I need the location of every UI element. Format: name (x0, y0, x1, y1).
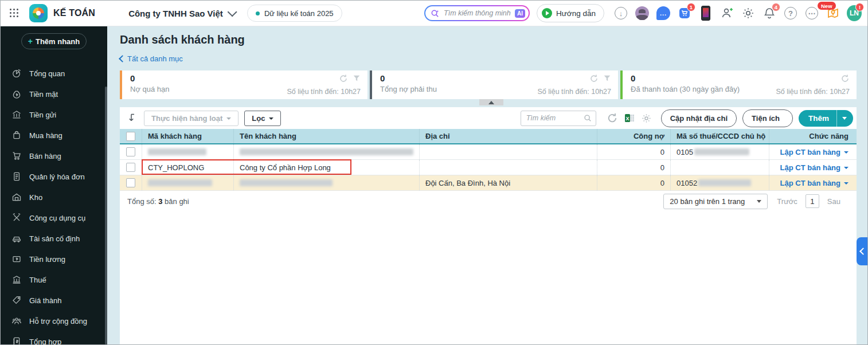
sidebar-item-kho[interactable]: Kho (1, 187, 107, 207)
sidebar-item-ban-hang[interactable]: Bán hàng (1, 146, 107, 166)
sidebar-item-tong-quan[interactable]: Tổng quan (1, 63, 107, 84)
back-to-categories-link[interactable]: Tất cả danh mục (120, 54, 183, 63)
whats-new-icon[interactable]: New (826, 6, 840, 21)
filter-icon[interactable] (353, 74, 361, 82)
create-sales-doc-button[interactable]: Lập CT bán hàng (780, 179, 849, 187)
collapse-rows-icon[interactable] (127, 113, 137, 123)
page-title: Danh sách khách hàng (120, 33, 245, 46)
update-address-button[interactable]: Cập nhật địa chỉ (661, 109, 737, 127)
download-icon[interactable]: ↓ (613, 6, 628, 21)
list-toolbar: Thực hiện hàng loạt Lọc X (120, 107, 857, 129)
cash-icon (11, 89, 22, 99)
sidebar-item-tien-luong[interactable]: Tiền lương (1, 249, 107, 269)
export-excel-icon[interactable]: X (624, 112, 635, 124)
app-title: KẾ TOÁN (53, 8, 95, 18)
stat-value: 0 (631, 73, 850, 83)
mobile-app-icon[interactable] (698, 6, 713, 21)
sales-icon (11, 151, 22, 161)
sidebar-item-tai-san-co-dinh[interactable]: Tài sản cố định (1, 228, 107, 249)
consultant-avatar[interactable] (635, 6, 650, 21)
app-window: KẾ TOÁN Công ty TNHH Sao Việt Dữ liệu kế… (0, 0, 868, 345)
create-sales-doc-button[interactable]: Lập CT bán hàng (780, 148, 849, 156)
row-checkbox[interactable] (126, 163, 135, 172)
list-search[interactable] (521, 111, 596, 126)
batch-actions-button[interactable]: Thực hiện hàng loạt (144, 111, 238, 126)
table-footer: Tổng số: 3 bản ghi 20 bản ghi trên 1 tra… (120, 191, 857, 211)
filter-icon[interactable] (603, 74, 611, 82)
table-settings-gear-icon[interactable] (641, 113, 652, 124)
settings-gear-icon[interactable] (741, 6, 756, 21)
create-sales-doc-button[interactable]: Lập CT bán hàng (780, 163, 849, 172)
cart-badge: 1 (687, 3, 695, 11)
overview-icon (11, 68, 22, 79)
topbar: KẾ TOÁN Công ty TNHH Sao Việt Dữ liệu kế… (1, 1, 867, 26)
col-header-address[interactable]: Địa chỉ (419, 129, 597, 143)
notification-bell-icon[interactable]: 4 (762, 6, 777, 21)
sidebar-item-gia-thanh[interactable]: Giá thành (1, 290, 107, 311)
avatar-alert-badge: ! (855, 3, 864, 11)
chevron-left-icon (119, 55, 126, 62)
guide-button[interactable]: Hướng dẫn (537, 4, 604, 22)
col-header-code[interactable]: Mã khách hàng (142, 129, 233, 143)
table-row[interactable]: Đội Cấn, Ba Đình, Hà Nội 0 01052 Lập CT … (120, 175, 857, 191)
refresh-icon[interactable] (589, 74, 599, 83)
table-row[interactable]: CTY_HOPLONG Công ty Cổ phần Hợp Long 0 L… (120, 160, 857, 175)
sidebar-item-thue[interactable]: Thuế (1, 269, 107, 290)
user-avatar[interactable]: LN ! (847, 6, 862, 21)
sidebar-item-tien-gui[interactable]: Tiền gửi (1, 104, 107, 125)
company-selector[interactable]: Công ty TNHH Sao Việt (128, 9, 234, 18)
chat-icon[interactable]: ... (656, 6, 671, 21)
customer-list-panel: Thực hiện hàng loạt Lọc X (120, 107, 857, 344)
page-size-select[interactable]: 20 bản ghi trên 1 trang (663, 194, 768, 209)
smart-search[interactable]: AI (424, 5, 530, 21)
redacted-code (148, 179, 212, 186)
add-button[interactable]: Thêm (799, 110, 853, 127)
row-checkbox[interactable] (126, 147, 135, 156)
status-dot-icon (256, 11, 260, 15)
list-search-input[interactable] (525, 113, 581, 123)
col-header-name[interactable]: Tên khách hàng (233, 129, 419, 143)
more-options-icon[interactable]: ⋯ (804, 6, 819, 21)
tools-icon (11, 213, 22, 223)
expand-panel-tab[interactable] (857, 237, 867, 265)
utilities-button[interactable]: Tiện ích (742, 109, 793, 127)
prev-page-button[interactable]: Trước (777, 197, 797, 206)
refresh-icon[interactable] (339, 74, 348, 83)
accounting-data-badge[interactable]: Dữ liệu kế toán 2025 (247, 5, 342, 22)
redacted-name (240, 148, 413, 155)
redacted-tax (694, 148, 749, 155)
col-header-actions[interactable]: Chức năng (769, 129, 857, 143)
store-cart-icon[interactable]: 1 (677, 6, 692, 21)
row-checkbox[interactable] (126, 178, 135, 187)
main-content: Danh sách khách hàng Tất cả danh mục 0 N… (107, 26, 867, 344)
quick-add-button[interactable]: + Thêm nhanh (21, 33, 87, 49)
next-page-button[interactable]: Sau (827, 197, 840, 206)
sidebar-item-tong-hop[interactable]: Tổng hợp (1, 331, 107, 345)
collapse-stats-tab[interactable] (479, 99, 503, 105)
table-row[interactable]: 0 0105 Lập CT bán hàng (120, 144, 857, 160)
select-all-checkbox[interactable] (126, 132, 135, 141)
svg-text:X: X (625, 116, 629, 121)
debt-cell: 0 (597, 160, 670, 175)
sidebar-item-mua-hang[interactable]: Mua hàng (1, 125, 107, 146)
col-header-debt[interactable]: Công nợ (597, 129, 670, 143)
caret-down-icon (269, 117, 273, 120)
sidebar-item-cong-cu-dung-cu[interactable]: Công cụ dụng cụ (1, 207, 107, 228)
stat-asof: Số liệu tính đến: 10h27 (776, 88, 850, 96)
sidebar-item-tien-mat[interactable]: Tiền mặt (1, 84, 107, 104)
sidebar-item-ho-tro-cong-dong[interactable]: Hỗ trợ cộng đồng (1, 311, 107, 331)
invite-user-icon[interactable] (720, 6, 734, 21)
help-icon[interactable]: ? (783, 6, 798, 21)
misa-logo-icon[interactable] (29, 4, 48, 22)
smart-search-input[interactable] (443, 9, 515, 18)
add-dropdown[interactable] (837, 117, 853, 120)
app-grid-icon[interactable] (10, 9, 19, 18)
refresh-icon[interactable] (840, 74, 850, 83)
sidebar-item-quan-ly-hoa-don[interactable]: Quản lý hóa đơn (1, 166, 107, 187)
fixed-asset-icon (11, 233, 22, 244)
refresh-list-icon[interactable] (607, 112, 618, 124)
address-cell: Đội Cấn, Ba Đình, Hà Nội (419, 175, 597, 190)
col-header-tax[interactable]: Mã số thuế/CCCD chủ hộ (670, 129, 769, 143)
filter-button[interactable]: Lọc (244, 111, 281, 126)
code-cell: CTY_HOPLONG (142, 160, 233, 175)
